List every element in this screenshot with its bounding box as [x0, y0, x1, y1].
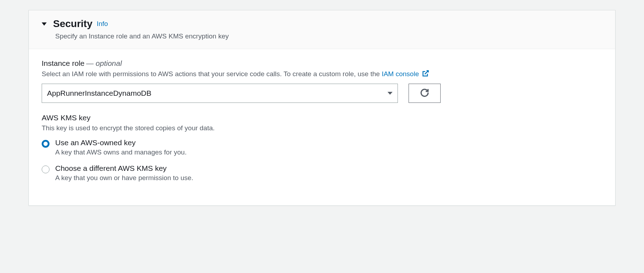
kms-option-custom-desc: A key that you own or have permission to…	[55, 174, 193, 182]
instance-role-field: Instance role — optional Select an IAM r…	[42, 59, 602, 103]
security-panel: Security Info Specify an Instance role a…	[28, 10, 616, 206]
info-link[interactable]: Info	[97, 20, 108, 28]
kms-key-field: AWS KMS key This key is used to encrypt …	[42, 114, 602, 182]
chevron-down-icon	[388, 92, 393, 95]
refresh-button[interactable]	[409, 84, 441, 103]
kms-option-aws-owned-label: Use an AWS-owned key	[55, 138, 187, 147]
collapse-caret-icon[interactable]	[42, 22, 47, 26]
instance-role-help-text: Select an IAM role with permissions to A…	[42, 70, 382, 78]
kms-option-aws-owned[interactable]: Use an AWS-owned key A key that AWS owns…	[42, 138, 602, 156]
security-header-row: Security Info	[42, 18, 602, 30]
instance-role-help: Select an IAM role with permissions to A…	[42, 70, 602, 79]
instance-role-label-row: Instance role — optional	[42, 59, 602, 68]
instance-role-label: Instance role	[42, 59, 84, 67]
instance-role-optional: — optional	[86, 59, 122, 67]
kms-key-label: AWS KMS key	[42, 114, 602, 122]
section-title: Security	[53, 18, 93, 30]
kms-option-custom[interactable]: Choose a different AWS KMS key A key tha…	[42, 164, 602, 182]
kms-key-help: This key is used to encrypt the stored c…	[42, 124, 602, 132]
iam-console-link[interactable]: IAM console	[382, 70, 430, 78]
instance-role-selected-value: AppRunnerInstanceDynamoDB	[47, 89, 151, 98]
instance-role-select[interactable]: AppRunnerInstanceDynamoDB	[42, 84, 398, 103]
instance-role-select-row: AppRunnerInstanceDynamoDB	[42, 84, 602, 103]
refresh-icon	[420, 88, 429, 99]
external-link-icon	[422, 70, 429, 79]
security-panel-body: Instance role — optional Select an IAM r…	[29, 49, 615, 205]
radio-selected-icon[interactable]	[42, 140, 50, 148]
security-panel-header: Security Info Specify an Instance role a…	[29, 10, 615, 49]
section-subtitle: Specify an Instance role and an AWS KMS …	[55, 32, 602, 40]
kms-option-aws-owned-desc: A key that AWS owns and manages for you.	[55, 148, 187, 156]
radio-unselected-icon[interactable]	[42, 166, 50, 173]
kms-option-custom-label: Choose a different AWS KMS key	[55, 164, 193, 173]
kms-key-options: Use an AWS-owned key A key that AWS owns…	[42, 138, 602, 182]
